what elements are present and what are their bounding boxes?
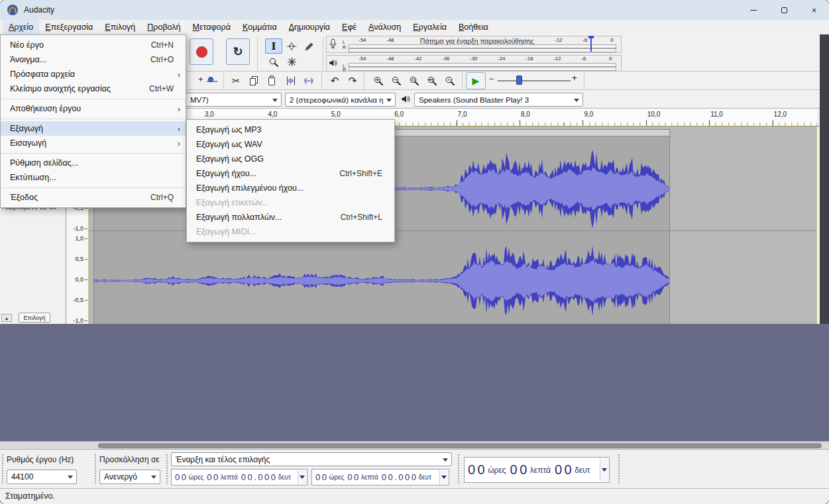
track-select-button[interactable]: Επιλογή — [19, 313, 50, 323]
menubar-edit[interactable]: Επεξεργασία — [39, 20, 99, 34]
close-button[interactable]: × — [799, 0, 829, 20]
menu-item-label: Εκτύπωση... — [10, 173, 56, 182]
redo-button[interactable]: ↷ — [344, 73, 361, 89]
paste-button[interactable] — [263, 73, 280, 89]
minimize-button[interactable] — [738, 0, 769, 20]
play-speed-slider[interactable] — [498, 80, 571, 81]
menubar-transport[interactable]: Μεταφορά — [187, 20, 237, 34]
audio-position-display[interactable]: 00ώρες00λεπτά00δευτ — [464, 457, 610, 483]
time-format-chevron[interactable] — [600, 458, 608, 481]
export-submenu-item-export-midi: Εξαγωγή MIDI... — [187, 225, 394, 239]
scrollbar-thumb[interactable] — [98, 443, 822, 448]
menubar-view[interactable]: Προβολή — [141, 20, 186, 34]
track-collapse-button[interactable]: ▲ — [1, 314, 12, 322]
playback-scale-label: 0 — [609, 56, 612, 62]
time-format-chevron[interactable] — [439, 470, 448, 484]
multi-tool-icon — [287, 57, 297, 67]
vruler-tick — [85, 238, 87, 239]
file-menu-item-close-project[interactable]: Κλείσιμο ανοιχτής εργασίαςCtrl+W — [1, 81, 186, 96]
menubar-tracks[interactable]: Κομμάτια — [237, 20, 283, 34]
time-digits: 00 — [510, 462, 529, 478]
cut-button[interactable]: ✂ — [227, 73, 245, 89]
file-menu-item-page-setup[interactable]: Ρύθμιση σελίδας... — [1, 156, 186, 170]
menubar-help[interactable]: Βοήθεια — [453, 20, 494, 34]
zoom-in-button[interactable] — [370, 73, 387, 89]
record-meter-left-label: L — [343, 40, 345, 44]
export-submenu-item-export-multiple[interactable]: Εξαγωγή πολλαπλών...Ctrl+Shift+L — [187, 210, 394, 225]
recording-channels-combo[interactable]: 2 (στερεοφωνικά) κανάλια η — [285, 93, 396, 107]
snap-to-combo[interactable]: Ανενεργό — [99, 470, 160, 484]
trim-icon — [286, 76, 296, 86]
loop-button[interactable]: ↻ — [226, 38, 250, 65]
file-menu-item-import[interactable]: Εισαγωγή› — [1, 136, 186, 150]
copy-button[interactable] — [245, 73, 262, 89]
play-speed-slider-thumb[interactable] — [516, 76, 522, 85]
file-menu-item-save-project[interactable]: Αποθήκευση έργου› — [1, 101, 186, 116]
menubar-select[interactable]: Επιλογή — [99, 20, 141, 34]
menubar-tools[interactable]: Εργαλεία — [407, 20, 453, 34]
zoom-toggle-button[interactable] — [441, 73, 459, 89]
menubar-analyze[interactable]: Ανάλυση — [362, 20, 407, 34]
selection-tool-button[interactable]: I — [265, 38, 282, 54]
play-at-speed-button[interactable]: ▶ — [466, 72, 486, 89]
horizontal-scrollbar[interactable] — [0, 441, 829, 449]
vertical-scrollbar[interactable] — [820, 34, 829, 324]
recording-device-combo[interactable]: MV7) — [179, 93, 282, 107]
track-select-label: Επιλογή — [23, 315, 45, 321]
menu-item-shortcut: Ctrl+N — [151, 40, 174, 50]
playback-device-combo[interactable]: Speakers (Sound Blaster Play! 3 — [414, 93, 583, 107]
file-menu-item-new-project[interactable]: Νέο έργοCtrl+N — [1, 38, 186, 52]
title-bar[interactable]: Audacity × — [0, 0, 829, 20]
selection-start-time-field[interactable]: 00ώρες00λεπτά00.000δευτ — [171, 469, 307, 485]
export-submenu-item-export-selected-audio[interactable]: Εξαγωγή επιλεγμένου ήχου... — [187, 181, 394, 195]
zoom-tool-button[interactable] — [265, 54, 282, 70]
file-menu-item-exit[interactable]: ΈξοδοςCtrl+Q — [1, 190, 186, 205]
status-bar: Σταματημένο. — [0, 488, 829, 504]
trim-button[interactable] — [282, 73, 300, 89]
record-meter-hint[interactable]: Πάτημα για έναρξη παρακολούθησης — [401, 37, 553, 45]
file-menu-item-print[interactable]: Εκτύπωση... — [1, 170, 186, 185]
menubar-file[interactable]: Αρχείο — [3, 20, 39, 34]
time-format-chevron[interactable] — [298, 470, 306, 484]
zoom-out-button[interactable] — [388, 73, 405, 89]
project-rate-combo[interactable]: 44100 — [7, 470, 77, 484]
menu-separator — [1, 153, 185, 154]
toolbar-grip[interactable] — [457, 454, 460, 484]
menu-item-label: Νέο έργο — [10, 40, 44, 50]
chevron-down-icon — [272, 99, 278, 102]
time-unit-label: λεπτά — [530, 466, 551, 475]
file-menu-item-recent-files[interactable]: Πρόσφατα αρχεία› — [1, 67, 186, 81]
export-submenu-item-export-mp3[interactable]: Εξαγωγή ως MP3 — [187, 123, 394, 137]
toolbar-grip[interactable] — [1, 454, 4, 484]
selection-range-mode-combo[interactable]: Έναρξη και τέλος επιλογής — [171, 452, 452, 466]
chevron-down-icon — [602, 468, 607, 472]
file-menu-item-open[interactable]: Άνοιγμα...Ctrl+O — [1, 52, 186, 67]
multi-tool-button[interactable] — [283, 54, 300, 70]
toolbar-grip[interactable] — [166, 454, 168, 484]
menu-item-shortcut: Ctrl+O — [150, 55, 174, 64]
silence-button[interactable] — [300, 73, 317, 89]
menu-item-label: Εξαγωγή ως WAV — [196, 140, 262, 149]
toolbar-grip[interactable] — [618, 454, 620, 484]
envelope-tool-button[interactable] — [283, 38, 300, 54]
menubar-generate[interactable]: Δημιουργία — [283, 20, 336, 34]
record-button[interactable] — [190, 38, 213, 65]
selection-end-time-field[interactable]: 00ώρες00λεπτά00.000δευτ — [311, 469, 449, 485]
undo-button[interactable]: ↶ — [326, 73, 343, 89]
export-submenu-item-export-wav[interactable]: Εξαγωγή ως WAV — [187, 137, 394, 152]
zoom-selection-button[interactable] — [406, 73, 423, 89]
magnifier-icon — [268, 57, 279, 68]
toolbar-grip[interactable] — [94, 454, 97, 484]
zoom-fit-button[interactable] — [423, 73, 441, 89]
menu-item-label: Κλείσιμο ανοιχτής εργασίας — [10, 84, 111, 93]
file-menu-item-export[interactable]: Εξαγωγή› — [1, 121, 186, 136]
maximize-button[interactable] — [769, 0, 799, 20]
menubar-effect[interactable]: Εφέ — [336, 20, 362, 34]
export-submenu-item-export-audio[interactable]: Εξαγωγή ήχου...Ctrl+Shift+E — [187, 166, 394, 181]
maximize-icon — [781, 7, 787, 13]
mnemonic: Κ — [243, 23, 248, 32]
volume-slider-thumb[interactable] — [208, 77, 213, 82]
export-submenu-item-export-ogg[interactable]: Εξαγωγή ως OGG — [187, 152, 394, 166]
record-scale-label: -6 — [582, 37, 587, 43]
draw-tool-button[interactable] — [301, 38, 318, 54]
